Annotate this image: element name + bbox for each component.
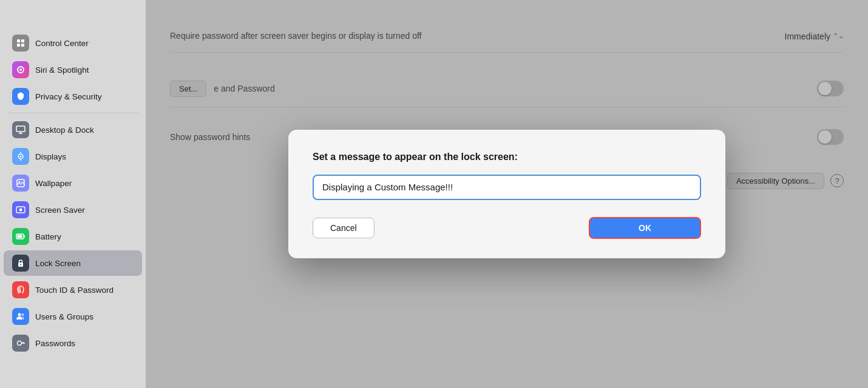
dialog-input-wrapper[interactable] (313, 175, 701, 200)
svg-rect-0 (17, 39, 20, 42)
sidebar-item-label: Control Center (35, 39, 89, 48)
sidebar: Control Center Siri & Spotlight Privacy … (0, 0, 146, 388)
svg-rect-1 (21, 39, 24, 42)
screensaver-icon (12, 201, 29, 218)
privacy-icon (12, 88, 29, 105)
dialog-title: Set a message to appear on the lock scre… (313, 152, 701, 162)
sidebar-item-control-center[interactable]: Control Center (4, 30, 142, 56)
passwords-icon (12, 335, 29, 352)
sidebar-item-label: Users & Groups (35, 312, 93, 321)
sidebar-item-displays[interactable]: Displays (4, 144, 142, 169)
sidebar-item-desktop-dock[interactable]: Desktop & Dock (4, 117, 142, 142)
svg-point-5 (19, 69, 22, 71)
dialog-buttons: Cancel OK (313, 217, 701, 239)
displays-icon (12, 148, 29, 165)
sidebar-item-screen-saver[interactable]: Screen Saver (4, 197, 142, 222)
svg-point-16 (19, 209, 22, 212)
svg-point-22 (18, 313, 21, 316)
svg-point-24 (18, 341, 22, 346)
lock-screen-message-input[interactable] (322, 182, 691, 192)
touchid-icon (12, 281, 29, 298)
lock-screen-message-dialog: Set a message to appear on the lock scre… (288, 130, 725, 258)
control-center-icon (12, 35, 29, 52)
ok-button[interactable]: OK (589, 217, 701, 239)
svg-rect-19 (18, 235, 22, 238)
svg-rect-6 (16, 126, 25, 132)
sidebar-item-label: Siri & Spotlight (35, 65, 89, 75)
sidebar-item-label: Screen Saver (35, 206, 85, 215)
siri-icon (12, 61, 29, 78)
sidebar-item-label: Passwords (35, 339, 75, 348)
svg-rect-2 (17, 44, 20, 47)
sidebar-item-label: Battery (35, 232, 61, 241)
desktop-icon (12, 121, 29, 138)
sidebar-item-label: Displays (35, 152, 66, 161)
lockscreen-icon (12, 255, 29, 272)
sidebar-item-lock-screen[interactable]: Lock Screen (4, 250, 142, 276)
battery-icon (12, 228, 29, 245)
sidebar-item-label: Touch ID & Password (35, 286, 114, 295)
svg-rect-3 (21, 44, 24, 47)
svg-point-10 (20, 156, 22, 158)
sidebar-item-passwords[interactable]: Passwords (4, 330, 142, 356)
sidebar-item-touch-id[interactable]: Touch ID & Password (4, 277, 142, 303)
users-icon (12, 308, 29, 325)
main-content: Require password after screen saver begi… (146, 0, 868, 388)
sidebar-divider (7, 113, 138, 113)
sidebar-item-label: Lock Screen (35, 259, 81, 268)
sidebar-item-siri-spotlight[interactable]: Siri & Spotlight (4, 57, 142, 82)
sidebar-item-privacy-security[interactable]: Privacy & Security (4, 84, 142, 109)
sidebar-item-users-groups[interactable]: Users & Groups (4, 304, 142, 329)
sidebar-item-battery[interactable]: Battery (4, 224, 142, 249)
wallpaper-icon (12, 175, 29, 192)
svg-point-23 (22, 313, 24, 316)
sidebar-item-wallpaper[interactable]: Wallpaper (4, 170, 142, 196)
sidebar-item-label: Privacy & Security (35, 92, 102, 101)
cancel-button[interactable]: Cancel (313, 218, 375, 238)
svg-point-14 (19, 181, 21, 183)
sidebar-item-label: Wallpaper (35, 179, 72, 188)
svg-point-21 (20, 264, 21, 266)
overlay-backdrop: Set a message to appear on the lock scre… (146, 0, 868, 388)
sidebar-item-label: Desktop & Dock (35, 125, 94, 135)
svg-rect-18 (24, 235, 25, 238)
